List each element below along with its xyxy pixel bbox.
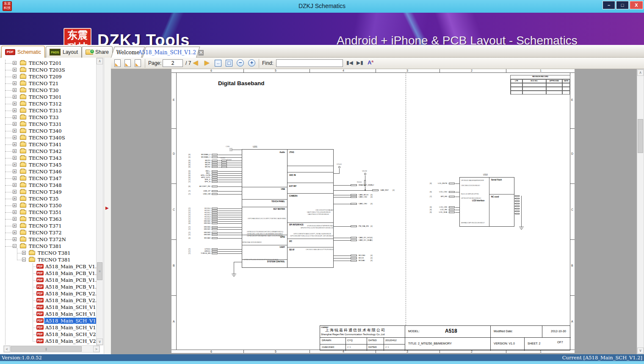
tree-item-label[interactable]: TECNO T342 [28,148,63,154]
tree-expander-icon[interactable]: + [13,176,17,180]
tree-expander-icon[interactable]: − [13,244,17,248]
tree-item[interactable]: +TECNO T342 [0,148,97,155]
copy-page-icon[interactable] [124,59,131,67]
tree-item-label[interactable]: A518_Main_SCH_V1.2 [44,318,97,324]
tree-item[interactable]: +TECNO T347 [0,175,97,182]
tree-expander-icon[interactable]: + [13,210,17,214]
tab-schematic[interactable]: PDF Schematic [1,46,45,58]
tree-item[interactable]: +TECNO T372N [0,236,97,243]
tree-item[interactable]: +TECNO T371 [0,222,97,229]
tab-share[interactable]: Share [82,46,113,58]
find-next-icon[interactable]: ▶▮ [357,60,363,66]
fit-page-icon[interactable]: ⬚ [226,60,232,67]
tree-expander-icon[interactable]: + [13,108,17,112]
tree-item[interactable]: PDFA518_Main_SCH_V1.0 [0,304,97,311]
tree-item[interactable]: PDFA518_Main_PCB_V1.1_PLA [0,270,97,277]
tree-item-label[interactable]: A518_Main_PCB_V1.1_PLA [44,270,97,276]
tree-item-label[interactable]: TECNO T21 [28,81,59,86]
prev-page-icon[interactable]: ◀ [193,59,198,67]
zoom-out-icon[interactable]: − [237,59,244,67]
tree-item-label[interactable]: TECNO T381 [37,250,72,256]
tree-item-label[interactable]: A518_Main_SCH_V1.0 [44,304,97,310]
tree-scroll-left-icon[interactable]: < [4,346,10,352]
tree-item[interactable]: PDFA518_Main_SCH_V2.0 [0,331,97,338]
tree-expander-icon[interactable]: + [13,169,17,173]
tree-expander-icon[interactable]: − [22,258,26,261]
tree-expander-icon[interactable]: + [13,190,17,194]
tree-item[interactable]: +TECNO T345 [0,161,97,168]
find-input[interactable] [276,59,343,67]
tree-item[interactable]: +TECNO T381 [0,250,97,256]
page-input[interactable] [163,59,183,67]
tree-expander-icon[interactable]: + [22,251,26,255]
tree-item-label[interactable]: TECNO T372N [28,236,67,242]
tree-item-label[interactable]: TECNO T30 [28,87,59,93]
tree-item[interactable]: PDFA518_Main_SCH_V1.2 [0,317,97,324]
tree-item[interactable]: +TECNO T340 [0,128,97,134]
tree-item-label[interactable]: TECNO T312 [28,101,63,107]
tree-item[interactable]: +TECNO T35 [0,195,97,202]
tree-expander-icon[interactable]: + [13,231,17,234]
tree-item-label[interactable]: TECNO T340S [28,135,66,141]
tree-expander-icon[interactable]: + [13,217,17,221]
tab-layout[interactable]: PADS Layout [46,46,82,58]
tree-item-label[interactable]: TECNO T313 [28,108,63,114]
doc-tab-a518[interactable]: A518_Main_SCH_V1.2 ✕ [142,47,200,58]
tree-item[interactable]: +TECNO T341 [0,141,97,148]
tree-item[interactable]: PDFA518_Main_PCB_V1.3_PLA [0,283,97,290]
tree-item[interactable]: +TECNO T346 [0,168,97,175]
tree-item-label[interactable]: TECNO T381 [28,243,63,249]
tree-item-label[interactable]: TECNO T351 [28,209,63,215]
tree-item-label[interactable]: A518_Main_SCH_V2.0 [44,331,97,337]
tree-expander-icon[interactable]: + [13,163,17,167]
tree-expander-icon[interactable]: + [13,156,17,160]
tree-vscroll-thumb[interactable]: ≡ [97,262,102,280]
tree-item-label[interactable]: TECNO T348 [28,182,63,188]
tree-expander-icon[interactable]: + [13,88,17,92]
tree-expander-icon[interactable]: + [13,197,17,200]
tree-item-label[interactable]: TECNO T203S [28,67,66,73]
tree-item[interactable]: PDFA518_Main_SCH_V2.1 [0,338,97,345]
tree-expander-icon[interactable]: + [13,61,17,65]
tree-item-label[interactable]: A518_Main_SCH_V2.1 [44,338,97,344]
tree-item-label[interactable]: TECNO T372 [28,230,63,236]
maximize-button[interactable]: □ [616,1,629,9]
tree-item[interactable]: PDFA518_Main_SCH_V1.1 [0,311,97,317]
zoom-in-icon[interactable]: + [248,59,255,67]
tree-item-label[interactable]: TECNO T349 [28,189,63,195]
doc-tab-close-icon[interactable]: ✕ [199,50,204,56]
tree-expander-icon[interactable]: + [13,203,17,207]
tree-item[interactable]: +TECNO T201 [0,60,97,67]
export-page-icon[interactable] [114,59,121,67]
tree-item[interactable]: +TECNO T331 [0,121,97,128]
tree-item-label[interactable]: TECNO T343 [28,155,63,161]
tree-item[interactable]: −TECNO T381 [0,256,97,263]
tree-item[interactable]: +TECNO T343 [0,155,97,161]
tree-item[interactable]: +TECNO T363 [0,216,97,222]
tree-item[interactable]: +TECNO T203S [0,67,97,73]
tree-item-label[interactable]: TECNO T345 [28,162,63,168]
panel-splitter[interactable]: ▶ [104,58,111,354]
viewer-scroll-up-icon[interactable]: ∧ [637,69,644,76]
tree-item-label[interactable]: A518_Main_PCB_V1.0_PLA [44,264,97,270]
tree-expander-icon[interactable]: + [13,224,17,228]
tree-expander-icon[interactable]: + [13,115,17,119]
tree-item[interactable]: PDFA518_Main_SCH_V1.3 [0,324,97,331]
tree-expander-icon[interactable]: + [13,95,17,99]
tree-item[interactable]: +TECNO T209 [0,73,97,80]
tree-item-label[interactable]: TECNO T33 [28,114,59,120]
tree-item[interactable]: +TECNO T340S [0,134,97,141]
tree-item[interactable]: +TECNO T301 [0,94,97,100]
tree-item-label[interactable]: TECNO T346 [28,169,63,175]
tree-scroll-up-icon[interactable]: ∧ [97,58,103,64]
tree-expander-icon[interactable]: + [13,136,17,139]
tree-expander-icon[interactable]: + [13,142,17,146]
tree-item-label[interactable]: A518_Main_SCH_V1.1 [44,311,97,317]
match-case-icon[interactable]: Aa [368,59,373,66]
tree-scroll-down-icon[interactable]: ∨ [97,339,103,345]
tree-expander-icon[interactable]: + [13,129,17,133]
tree-item-label[interactable]: A518_Main_SCH_V1.3 [44,325,97,331]
minimize-button[interactable]: – [603,1,615,9]
tree-expander-icon[interactable]: + [13,237,17,241]
find-previous-icon[interactable]: ▮◀ [346,60,353,66]
